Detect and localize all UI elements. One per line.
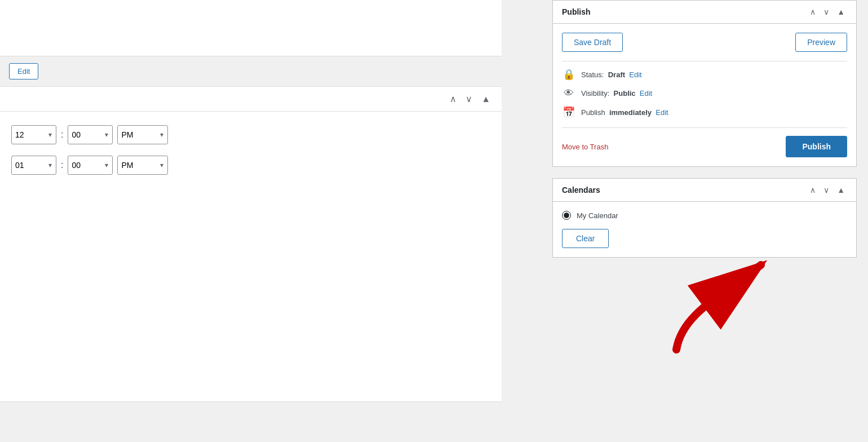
ampm-select-wrapper-2: AM PM [117, 156, 168, 175]
move-to-trash-link[interactable]: Move to Trash [562, 143, 608, 151]
calendars-widget-controls: ∧ ∨ ▲ [808, 184, 847, 196]
time-row-1: 12 01 02 03 11 : 00 15 30 45 [11, 125, 490, 144]
sub-section-header: ∧ ∨ ▲ [0, 87, 502, 112]
publish-time-text: Publish immediately Edit [581, 108, 668, 117]
collapse-up-btn[interactable]: ∧ [448, 92, 459, 105]
right-sidebar: Publish ∧ ∨ ▲ Save Draft Preview 🔒 Statu… [541, 0, 868, 442]
visibility-label: Visibility: [581, 89, 609, 98]
time-row-2: 01 02 12 : 00 15 30 45 AM [11, 156, 490, 175]
calendars-widget-body: My Calendar Clear [553, 202, 856, 257]
preview-button[interactable]: Preview [795, 33, 847, 52]
collapse-down-btn[interactable]: ∨ [463, 92, 475, 105]
colon-1: : [61, 130, 63, 140]
time-selectors: 12 01 02 03 11 : 00 15 30 45 [0, 112, 502, 188]
minute-select-wrapper-2: 00 15 30 45 [68, 156, 113, 175]
ampm-select-wrapper-1: AM PM [117, 125, 168, 144]
left-panel: Edit ∧ ∨ ▲ 12 01 02 03 11 : [0, 0, 541, 442]
eye-icon: 👁 [562, 87, 575, 99]
status-text: Status: Draft Edit [581, 70, 642, 79]
publish-time-label: Publish [581, 108, 605, 117]
hour-select-wrapper-2: 01 02 12 [11, 156, 56, 175]
save-draft-button[interactable]: Save Draft [562, 33, 623, 52]
publish-button[interactable]: Publish [786, 136, 847, 157]
publish-meta: 🔒 Status: Draft Edit 👁 Visibility: Publi… [562, 61, 847, 125]
visibility-edit-link[interactable]: Edit [640, 89, 652, 98]
hour-select-2[interactable]: 01 02 12 [11, 156, 56, 175]
clear-button[interactable]: Clear [562, 229, 609, 248]
calendar-radio-row: My Calendar [562, 211, 847, 220]
publish-footer: Move to Trash Publish [562, 127, 847, 157]
visibility-value: Public [614, 89, 636, 98]
visibility-text: Visibility: Public Edit [581, 89, 652, 98]
publish-actions: Save Draft Preview [562, 33, 847, 52]
calendars-widget: Calendars ∧ ∨ ▲ My Calendar Clear [552, 178, 857, 258]
edit-button-row: Edit [0, 56, 541, 86]
publish-widget-controls: ∧ ∨ ▲ [808, 6, 847, 17]
status-label: Status: [581, 70, 604, 79]
publish-time-value: immediately [609, 108, 652, 117]
publish-widget-header: Publish ∧ ∨ ▲ [553, 1, 856, 24]
publish-collapse-tri-btn[interactable]: ▲ [835, 6, 847, 17]
publish-widget-title: Publish [562, 7, 591, 16]
minute-select-1[interactable]: 00 15 30 45 [68, 125, 113, 144]
ampm-select-1[interactable]: AM PM [117, 125, 168, 144]
calendars-collapse-tri-btn[interactable]: ▲ [835, 184, 847, 196]
status-value: Draft [608, 70, 625, 79]
calendars-widget-title: Calendars [562, 185, 600, 195]
content-editor-box [0, 0, 502, 56]
colon-2: : [61, 160, 63, 170]
minute-select-wrapper-1: 00 15 30 45 [68, 125, 113, 144]
calendars-widget-header: Calendars ∧ ∨ ▲ [553, 179, 856, 202]
hour-select-wrapper-1: 12 01 02 03 11 [11, 125, 56, 144]
publish-widget-body: Save Draft Preview 🔒 Status: Draft Edit … [553, 24, 856, 166]
hour-select-1[interactable]: 12 01 02 03 11 [11, 125, 56, 144]
my-calendar-radio[interactable] [562, 211, 571, 220]
calendars-collapse-down-btn[interactable]: ∨ [821, 184, 831, 196]
lock-icon: 🔒 [562, 68, 575, 81]
visibility-row: 👁 Visibility: Public Edit [562, 87, 847, 99]
calendar-icon: 📅 [562, 106, 575, 118]
time-section: ∧ ∨ ▲ 12 01 02 03 11 : [0, 86, 502, 402]
calendars-collapse-up-btn[interactable]: ∧ [808, 184, 818, 196]
my-calendar-label: My Calendar [577, 211, 618, 220]
publish-collapse-down-btn[interactable]: ∨ [821, 6, 831, 17]
edit-button[interactable]: Edit [9, 63, 38, 79]
publish-widget: Publish ∧ ∨ ▲ Save Draft Preview 🔒 Statu… [552, 0, 857, 167]
publish-collapse-up-btn[interactable]: ∧ [808, 6, 818, 17]
status-edit-link[interactable]: Edit [629, 70, 641, 79]
ampm-select-2[interactable]: AM PM [117, 156, 168, 175]
minute-select-2[interactable]: 00 15 30 45 [68, 156, 113, 175]
status-row: 🔒 Status: Draft Edit [562, 68, 847, 81]
collapse-triangle-btn[interactable]: ▲ [479, 92, 493, 105]
publish-time-edit-link[interactable]: Edit [656, 108, 668, 117]
publish-time-row: 📅 Publish immediately Edit [562, 106, 847, 118]
